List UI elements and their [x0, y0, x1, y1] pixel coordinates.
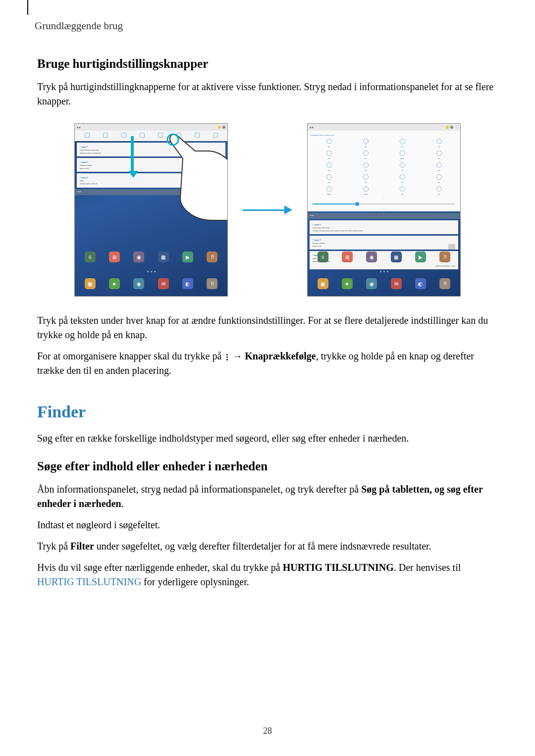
page-indicator [308, 271, 460, 272]
dock-row-upper: 6 ⊞ ◉ ▦ ▶ ⠿ [75, 252, 227, 262]
more-options-icon [224, 353, 230, 361]
running-header: Grundlæggende brug [35, 20, 498, 32]
para-qs-intro: Tryk på hurtigindstillingknapperne for a… [37, 80, 498, 108]
text: for yderligere oplysninger. [141, 576, 249, 587]
page-content: Grundlæggende brug Bruge hurtigindstilli… [0, 0, 535, 589]
quick-settings-expanded: ▬▬▬▬ ▬▬ ▬▬▬ ▬▬ ▬ ▬ ▬ ▬ ▬ ▬ ▬▬ ▬ ▬ ▬ ▬ ▬ … [308, 131, 460, 211]
heading-finder: Finder [37, 403, 498, 421]
figure-row: ■ ■ ▪ ▬▬ ▾ ▬▬ ▬▬▬ ▬▬ ▬▬ ▬▬▬ ▬▬ ▬ ▬▬▬▬ ▪ … [37, 123, 498, 297]
action-label: Filter [70, 541, 94, 552]
text: For at omorganisere knapper skal du tryk… [37, 351, 224, 361]
para-finder-open: Åbn informationspanelet, stryg nedad på … [37, 482, 498, 511]
para-finder-filter: Tryk på Filter under søgefeltet, og vælg… [37, 539, 498, 554]
notification-card: ▪ ▬▬ ▾ ▬▬ ▬▬ ▬▬ ▬▬ ▬▬▬ ▬▬▬ ▬▬ ▬▬ ▬▬▬ ▬▬ … [310, 220, 458, 234]
notification-card: ▪ ▬▬ ▾ ▬▬▬ ▬▬▬ ▬▬ ▬ ▬ [310, 236, 458, 250]
heading-finder-search: Søge efter indhold eller enheder i nærhe… [37, 459, 498, 473]
status-bar: ■ ■ ⋮ [308, 124, 460, 131]
cross-reference-link[interactable]: HURTIG TILSLUTNING [37, 576, 141, 587]
menu-item-label: Knaprækkefølge [245, 351, 316, 361]
status-time: ■ ■ [77, 126, 80, 129]
heading-quick-settings: Bruge hurtigindstillingsknapper [37, 57, 498, 71]
text: under søgefeltet, og vælg derefter filte… [94, 541, 431, 552]
page-number: 28 [0, 726, 535, 736]
text: → [230, 351, 245, 361]
figure-device-expanded: ■ ■ ⋮ ▬▬▬▬ ▬▬ ▬▬▬ ▬▬ ▬ ▬ ▬ ▬ ▬ ▬ ▬▬ ▬ ▬ … [307, 123, 461, 297]
dock-row-lower: ▣ ★ ◉ ✉ ◐ ⠿ [308, 278, 460, 289]
page-indicator [75, 271, 227, 272]
para-qs-reorder: For at omorganisere knapper skal du tryk… [37, 349, 498, 378]
action-label: HURTIG TILSLUTNING [283, 562, 394, 573]
text: . [121, 498, 124, 509]
text: Åbn informationspanelet, stryg nedad på … [37, 484, 361, 495]
para-finder-intro: Søg efter en række forskellige indholdst… [37, 431, 498, 446]
text: . Der henvises til [394, 562, 461, 573]
quick-settings-collapsed [75, 131, 227, 141]
text: Hvis du vil søge efter nærliggende enhed… [37, 562, 283, 573]
dock-row-lower: ▣ ★ ◉ ✉ ◐ ⠿ [75, 278, 227, 289]
para-finder-keyword: Indtast et nøgleord i søgefeltet. [37, 518, 498, 532]
figure-device-collapsed: ■ ■ ▪ ▬▬ ▾ ▬▬ ▬▬▬ ▬▬ ▬▬ ▬▬▬ ▬▬ ▬ ▬▬▬▬ ▪ … [74, 123, 228, 297]
dock-row-upper: 6 ⊞ ◉ ▦ ▶ ⠿ [308, 252, 460, 262]
notification-card: ▪ ▬▬ ▾ ▬▬ ▬▬▬ ▬▬ ▬▬ ▬▬▬ ▬▬ ▬ ▬▬▬▬ [77, 143, 225, 156]
status-time: ■ ■ [310, 126, 313, 129]
notification-card: ▪ ▬▬ ▾ ▬▬▬ ▬▬▬ ▬▬ ▬ ▬ [77, 158, 225, 172]
para-qs-label-hint: Tryk på teksten under hver knap for at æ… [37, 313, 498, 342]
top-margin-rule [27, 0, 28, 15]
status-bar: ■ ■ [75, 124, 227, 131]
panel-footer-bar: ▬▬▪ [308, 213, 460, 219]
para-finder-quickconnect: Hvis du vil søge efter nærliggende enhed… [37, 560, 498, 589]
notification-card: ▪ ▬▬ ▾ ▬▬ ▬▬▬ ▬▬ ▬▬ ▬ [77, 173, 225, 187]
transition-arrow-icon [243, 205, 292, 214]
brightness-slider [313, 203, 455, 204]
panel-footer-bar: ▬▬ [75, 189, 227, 195]
text: Tryk på [37, 541, 70, 552]
